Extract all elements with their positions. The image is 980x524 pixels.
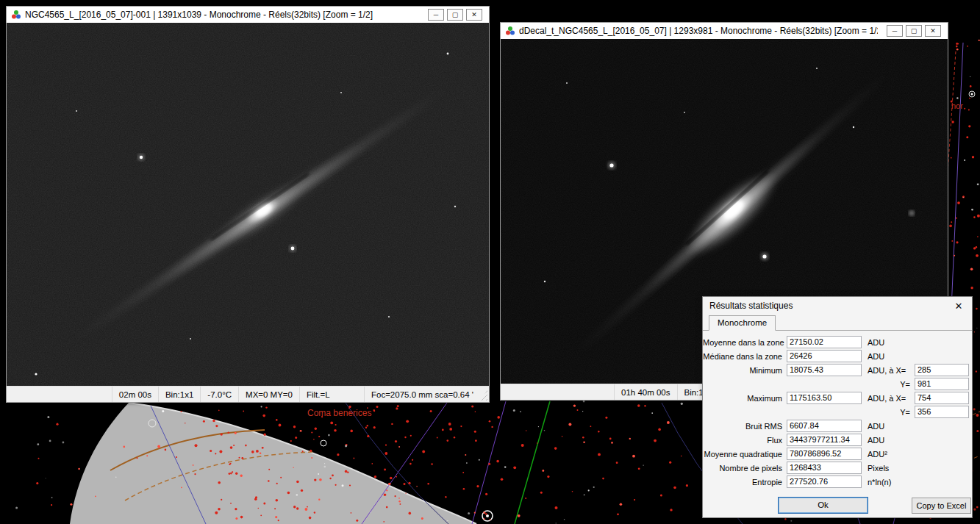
close-button[interactable]: ✕: [925, 25, 941, 37]
stat-row-moyenne-quadratique: Moyenne quadratique 780786896.52 ADU²: [703, 448, 972, 462]
stat-label: Moyenne dans la zone: [703, 338, 782, 347]
window-title: NGC4565_L_[2016_05_07]-001 | 1391x1039 -…: [25, 10, 419, 20]
stat-y-box[interactable]: 356: [915, 406, 969, 418]
stat-row-moyenne: Moyenne dans la zone 27150.02 ADU: [703, 336, 972, 350]
stat-value-box[interactable]: 1268433: [787, 462, 862, 474]
stat-label: Flux: [703, 436, 782, 445]
stat-x-box[interactable]: 285: [915, 364, 969, 376]
desktop: Coma benerices nor NGC4565_L_[2016_05_07…: [0, 0, 980, 524]
stat-value-box[interactable]: 780786896.52: [787, 448, 862, 460]
stat-row-maximum-y: Y= 356: [703, 406, 972, 420]
stat-value-box[interactable]: 1175163.50: [787, 392, 862, 404]
stat-y-label: Y=: [868, 408, 910, 417]
stat-unit: ADU: [868, 436, 884, 445]
stat-unit: ADU: [868, 422, 884, 431]
stat-unit: n*ln(n): [868, 478, 891, 487]
stat-label: Médiane dans la zone: [703, 352, 782, 361]
stat-value-box[interactable]: 26426: [787, 350, 862, 362]
stat-label: Minimum: [703, 366, 782, 375]
status-exposure: 02m 00s: [112, 387, 159, 402]
stat-label: Maximum: [703, 394, 782, 403]
dialog-titlebar[interactable]: Résultats statistiques ✕: [703, 297, 972, 315]
dialog-title: Résultats statistiques: [709, 301, 952, 311]
stat-y-label: Y=: [868, 380, 910, 389]
stat-value-box[interactable]: 27150.02: [787, 336, 862, 348]
stat-row-flux: Flux 34437977211.34 ADU: [703, 434, 972, 448]
window-right-titlebar[interactable]: dDecal_t_NGC4565_L_[2016_05_07] | 1293x9…: [501, 23, 948, 39]
image-canvas-left[interactable]: [7, 23, 489, 386]
tab-monochrome[interactable]: Monochrome: [709, 315, 776, 331]
maximize-button[interactable]: ▢: [906, 25, 922, 37]
stat-row-maximum: Maximum 1175163.50 ADU, à X= 754: [703, 392, 972, 406]
status-exposure: 01h 40m 00s: [615, 384, 678, 400]
copy-to-excel-button[interactable]: Copy to Excel: [912, 498, 971, 514]
galaxy-image-left: [7, 23, 489, 386]
stat-label: Entropie: [703, 478, 782, 487]
minimize-button[interactable]: ─: [428, 9, 444, 21]
tab-strip: Monochrome: [703, 315, 972, 331]
stat-row-entropie: Entropie 277520.76 n*ln(n): [703, 475, 972, 489]
window-controls: ─ ▢ ✕: [884, 25, 941, 37]
stat-unit: ADU: [868, 338, 884, 347]
stat-row-minimum: Minimum 18075.43 ADU, à X= 285: [703, 364, 972, 378]
status-binning: Bin:1x1: [159, 387, 201, 402]
status-temperature: -7.0°C: [201, 387, 239, 402]
maximize-button[interactable]: ▢: [447, 9, 463, 21]
window-controls: ─ ▢ ✕: [425, 9, 482, 21]
statistics-dialog: Résultats statistiques ✕ Monochrome Moye…: [702, 296, 973, 518]
window-title: dDecal_t_NGC4565_L_[2016_05_07] | 1293x9…: [519, 26, 878, 36]
status-bar-left: 02m 00s Bin:1x1 -7.0°C MX=0 MY=0 Filt.=L…: [7, 386, 489, 402]
stat-unit: ADU, à X=: [868, 394, 906, 403]
close-button[interactable]: ✕: [466, 9, 482, 21]
statistics-rows: Moyenne dans la zone 27150.02 ADU Médian…: [703, 331, 972, 489]
status-focal: Foc=2075.0 mm sca=0.64 ': [365, 387, 480, 402]
stat-value-box[interactable]: 6607.84: [787, 420, 862, 432]
app-icon: [11, 10, 21, 20]
minimize-button[interactable]: ─: [887, 25, 903, 37]
status-spacer: [501, 384, 615, 400]
stat-x-box[interactable]: 754: [915, 392, 969, 404]
stat-row-minimum-y: Y= 981: [703, 378, 972, 392]
dialog-buttons: Ok Copy to Excel: [703, 497, 972, 516]
close-icon[interactable]: ✕: [952, 301, 965, 312]
stat-value-box[interactable]: 34437977211.34: [787, 434, 862, 446]
stat-label: Moyenne quadratique: [703, 450, 782, 459]
status-spacer: [7, 387, 112, 402]
stat-label: Nombre de pixels: [703, 464, 782, 473]
stat-row-bruit: Bruit RMS 6607.84 ADU: [703, 420, 972, 434]
status-mxmy: MX=0 MY=0: [239, 387, 300, 402]
stat-unit: ADU, à X=: [868, 366, 906, 375]
stat-value-box[interactable]: 277520.76: [787, 475, 862, 488]
stat-row-nombre-pixels: Nombre de pixels 1268433 Pixels: [703, 462, 972, 475]
window-left-titlebar[interactable]: NGC4565_L_[2016_05_07]-001 | 1391x1039 -…: [7, 7, 489, 23]
ok-button[interactable]: Ok: [778, 497, 868, 514]
stat-value-box[interactable]: 18075.43: [787, 364, 862, 376]
resize-grip[interactable]: [480, 390, 487, 401]
app-icon: [505, 26, 515, 36]
stat-y-box[interactable]: 981: [915, 378, 969, 390]
constellation-label-coma: Coma benerices: [307, 408, 371, 418]
constellation-label-nor: nor: [951, 101, 963, 110]
stat-unit: ADU: [868, 352, 884, 361]
window-left: NGC4565_L_[2016_05_07]-001 | 1391x1039 -…: [6, 6, 490, 403]
stat-label: Bruit RMS: [703, 422, 782, 431]
status-filter: Filt.=L: [300, 387, 365, 402]
stat-unit: Pixels: [868, 464, 889, 473]
stat-row-mediane: Médiane dans la zone 26426 ADU: [703, 350, 972, 364]
stat-unit: ADU²: [868, 450, 887, 459]
